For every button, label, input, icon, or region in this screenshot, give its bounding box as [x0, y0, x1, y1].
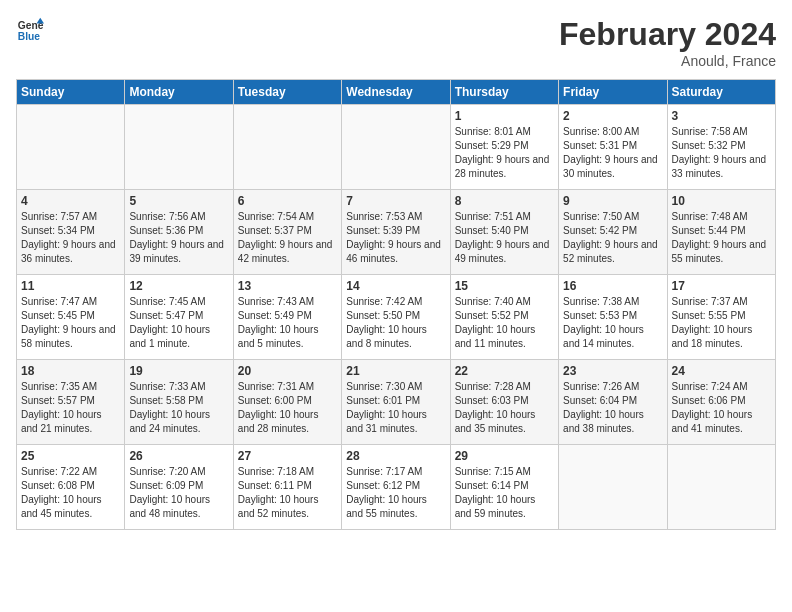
calendar-cell: 5Sunrise: 7:56 AM Sunset: 5:36 PM Daylig…: [125, 190, 233, 275]
day-info: Sunrise: 7:20 AM Sunset: 6:09 PM Dayligh…: [129, 465, 228, 521]
location: Anould, France: [559, 53, 776, 69]
col-header-wednesday: Wednesday: [342, 80, 450, 105]
day-number: 29: [455, 449, 554, 463]
day-number: 7: [346, 194, 445, 208]
day-info: Sunrise: 7:51 AM Sunset: 5:40 PM Dayligh…: [455, 210, 554, 266]
calendar-table: SundayMondayTuesdayWednesdayThursdayFrid…: [16, 79, 776, 530]
day-number: 13: [238, 279, 337, 293]
calendar-cell: 10Sunrise: 7:48 AM Sunset: 5:44 PM Dayli…: [667, 190, 775, 275]
day-number: 4: [21, 194, 120, 208]
day-number: 25: [21, 449, 120, 463]
day-number: 28: [346, 449, 445, 463]
calendar-cell: [342, 105, 450, 190]
col-header-sunday: Sunday: [17, 80, 125, 105]
calendar-cell: 19Sunrise: 7:33 AM Sunset: 5:58 PM Dayli…: [125, 360, 233, 445]
day-info: Sunrise: 7:31 AM Sunset: 6:00 PM Dayligh…: [238, 380, 337, 436]
calendar-cell: 9Sunrise: 7:50 AM Sunset: 5:42 PM Daylig…: [559, 190, 667, 275]
day-info: Sunrise: 7:40 AM Sunset: 5:52 PM Dayligh…: [455, 295, 554, 351]
day-info: Sunrise: 7:35 AM Sunset: 5:57 PM Dayligh…: [21, 380, 120, 436]
day-info: Sunrise: 7:42 AM Sunset: 5:50 PM Dayligh…: [346, 295, 445, 351]
calendar-cell: 4Sunrise: 7:57 AM Sunset: 5:34 PM Daylig…: [17, 190, 125, 275]
day-info: Sunrise: 7:48 AM Sunset: 5:44 PM Dayligh…: [672, 210, 771, 266]
day-number: 14: [346, 279, 445, 293]
calendar-cell: [233, 105, 341, 190]
col-header-thursday: Thursday: [450, 80, 558, 105]
day-number: 24: [672, 364, 771, 378]
col-header-saturday: Saturday: [667, 80, 775, 105]
calendar-cell: 16Sunrise: 7:38 AM Sunset: 5:53 PM Dayli…: [559, 275, 667, 360]
day-number: 21: [346, 364, 445, 378]
day-info: Sunrise: 7:26 AM Sunset: 6:04 PM Dayligh…: [563, 380, 662, 436]
calendar-cell: 14Sunrise: 7:42 AM Sunset: 5:50 PM Dayli…: [342, 275, 450, 360]
calendar-cell: 24Sunrise: 7:24 AM Sunset: 6:06 PM Dayli…: [667, 360, 775, 445]
calendar-cell: 1Sunrise: 8:01 AM Sunset: 5:29 PM Daylig…: [450, 105, 558, 190]
calendar-cell: 23Sunrise: 7:26 AM Sunset: 6:04 PM Dayli…: [559, 360, 667, 445]
calendar-cell: 13Sunrise: 7:43 AM Sunset: 5:49 PM Dayli…: [233, 275, 341, 360]
calendar-cell: [559, 445, 667, 530]
day-number: 9: [563, 194, 662, 208]
day-number: 6: [238, 194, 337, 208]
day-info: Sunrise: 7:45 AM Sunset: 5:47 PM Dayligh…: [129, 295, 228, 351]
day-info: Sunrise: 8:01 AM Sunset: 5:29 PM Dayligh…: [455, 125, 554, 181]
calendar-cell: 6Sunrise: 7:54 AM Sunset: 5:37 PM Daylig…: [233, 190, 341, 275]
day-number: 11: [21, 279, 120, 293]
day-info: Sunrise: 7:37 AM Sunset: 5:55 PM Dayligh…: [672, 295, 771, 351]
page-header: General Blue February 2024 Anould, Franc…: [16, 16, 776, 69]
day-number: 27: [238, 449, 337, 463]
day-number: 5: [129, 194, 228, 208]
day-number: 23: [563, 364, 662, 378]
day-number: 17: [672, 279, 771, 293]
calendar-cell: 20Sunrise: 7:31 AM Sunset: 6:00 PM Dayli…: [233, 360, 341, 445]
day-info: Sunrise: 7:18 AM Sunset: 6:11 PM Dayligh…: [238, 465, 337, 521]
day-info: Sunrise: 7:50 AM Sunset: 5:42 PM Dayligh…: [563, 210, 662, 266]
col-header-monday: Monday: [125, 80, 233, 105]
calendar-cell: [667, 445, 775, 530]
calendar-cell: 26Sunrise: 7:20 AM Sunset: 6:09 PM Dayli…: [125, 445, 233, 530]
day-number: 3: [672, 109, 771, 123]
day-info: Sunrise: 7:22 AM Sunset: 6:08 PM Dayligh…: [21, 465, 120, 521]
day-number: 22: [455, 364, 554, 378]
calendar-cell: [17, 105, 125, 190]
day-info: Sunrise: 7:43 AM Sunset: 5:49 PM Dayligh…: [238, 295, 337, 351]
day-info: Sunrise: 7:57 AM Sunset: 5:34 PM Dayligh…: [21, 210, 120, 266]
day-number: 12: [129, 279, 228, 293]
calendar-cell: 22Sunrise: 7:28 AM Sunset: 6:03 PM Dayli…: [450, 360, 558, 445]
logo: General Blue: [16, 16, 44, 44]
day-number: 8: [455, 194, 554, 208]
calendar-cell: 12Sunrise: 7:45 AM Sunset: 5:47 PM Dayli…: [125, 275, 233, 360]
day-info: Sunrise: 7:56 AM Sunset: 5:36 PM Dayligh…: [129, 210, 228, 266]
calendar-cell: 28Sunrise: 7:17 AM Sunset: 6:12 PM Dayli…: [342, 445, 450, 530]
day-info: Sunrise: 7:28 AM Sunset: 6:03 PM Dayligh…: [455, 380, 554, 436]
day-number: 26: [129, 449, 228, 463]
calendar-cell: 21Sunrise: 7:30 AM Sunset: 6:01 PM Dayli…: [342, 360, 450, 445]
day-info: Sunrise: 7:53 AM Sunset: 5:39 PM Dayligh…: [346, 210, 445, 266]
day-number: 1: [455, 109, 554, 123]
day-info: Sunrise: 7:15 AM Sunset: 6:14 PM Dayligh…: [455, 465, 554, 521]
calendar-cell: [125, 105, 233, 190]
calendar-cell: 29Sunrise: 7:15 AM Sunset: 6:14 PM Dayli…: [450, 445, 558, 530]
calendar-cell: 27Sunrise: 7:18 AM Sunset: 6:11 PM Dayli…: [233, 445, 341, 530]
calendar-cell: 11Sunrise: 7:47 AM Sunset: 5:45 PM Dayli…: [17, 275, 125, 360]
day-info: Sunrise: 7:33 AM Sunset: 5:58 PM Dayligh…: [129, 380, 228, 436]
day-number: 16: [563, 279, 662, 293]
day-number: 18: [21, 364, 120, 378]
day-info: Sunrise: 8:00 AM Sunset: 5:31 PM Dayligh…: [563, 125, 662, 181]
logo-icon: General Blue: [16, 16, 44, 44]
day-info: Sunrise: 7:30 AM Sunset: 6:01 PM Dayligh…: [346, 380, 445, 436]
title-area: February 2024 Anould, France: [559, 16, 776, 69]
col-header-tuesday: Tuesday: [233, 80, 341, 105]
calendar-cell: 18Sunrise: 7:35 AM Sunset: 5:57 PM Dayli…: [17, 360, 125, 445]
day-number: 10: [672, 194, 771, 208]
day-info: Sunrise: 7:17 AM Sunset: 6:12 PM Dayligh…: [346, 465, 445, 521]
day-info: Sunrise: 7:54 AM Sunset: 5:37 PM Dayligh…: [238, 210, 337, 266]
calendar-cell: 15Sunrise: 7:40 AM Sunset: 5:52 PM Dayli…: [450, 275, 558, 360]
svg-text:Blue: Blue: [18, 31, 41, 42]
day-number: 20: [238, 364, 337, 378]
col-header-friday: Friday: [559, 80, 667, 105]
calendar-cell: 25Sunrise: 7:22 AM Sunset: 6:08 PM Dayli…: [17, 445, 125, 530]
day-number: 15: [455, 279, 554, 293]
calendar-cell: 2Sunrise: 8:00 AM Sunset: 5:31 PM Daylig…: [559, 105, 667, 190]
calendar-cell: 8Sunrise: 7:51 AM Sunset: 5:40 PM Daylig…: [450, 190, 558, 275]
day-info: Sunrise: 7:24 AM Sunset: 6:06 PM Dayligh…: [672, 380, 771, 436]
day-info: Sunrise: 7:38 AM Sunset: 5:53 PM Dayligh…: [563, 295, 662, 351]
